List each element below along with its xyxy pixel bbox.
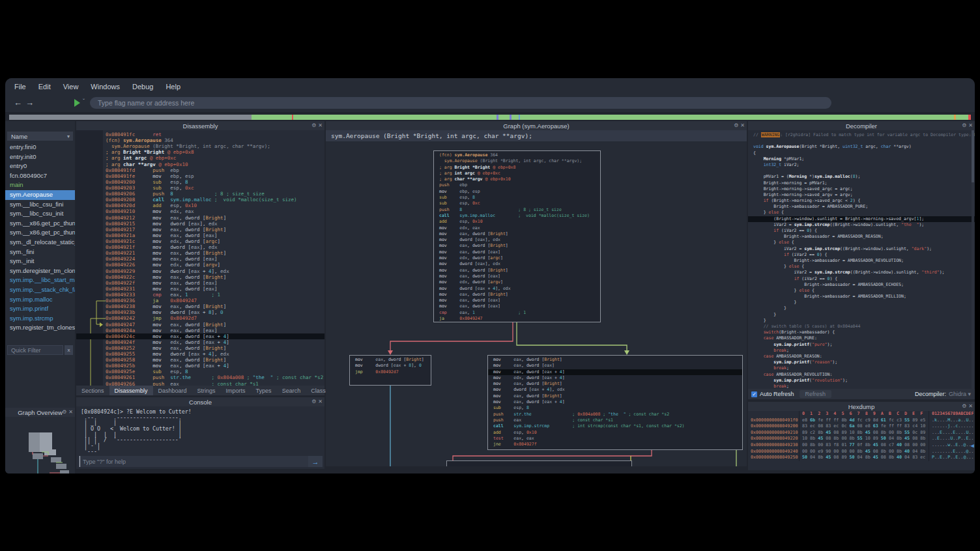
function-list-item[interactable]: entry.init0: [5, 152, 75, 162]
gear-icon[interactable]: ⚙: [311, 399, 316, 404]
node-asm-line[interactable]: mov dword [eax], edx: [439, 261, 595, 267]
decompiler-line[interactable]: }: [748, 300, 975, 305]
node-asm-line[interactable]: ; arg int argc @ ebp+0xc: [439, 171, 595, 177]
quick-filter-input[interactable]: [7, 345, 63, 355]
node-asm-line[interactable]: mov dword [eax + 4], edx: [439, 286, 595, 292]
gear-icon[interactable]: ⚙: [734, 123, 738, 128]
function-list-item[interactable]: sym._fini: [5, 247, 75, 257]
gear-icon[interactable]: ⚙: [962, 404, 966, 409]
asm-line[interactable]: 0x08049266 push eax ; const char *s1: [76, 381, 324, 386]
function-list-item[interactable]: sym.Aeropause: [5, 190, 75, 200]
close-icon[interactable]: ✕: [740, 123, 745, 128]
decompiler-line[interactable]: } else {: [748, 264, 975, 270]
auto-refresh-checkbox[interactable]: ✓: [751, 391, 757, 397]
decompiler-line[interactable]: if (iVar2 == 0) {: [748, 228, 975, 234]
decompiler-line[interactable]: Bright->ambassador = AMBASSADOR_PURE;: [748, 204, 975, 210]
function-list-item[interactable]: sym.__libc_csu_fini: [5, 200, 75, 210]
debug-play-icon[interactable]: [74, 99, 80, 107]
node-asm-line[interactable]: (fcn) sym.Aeropause 364: [439, 152, 595, 158]
decompiler-panel[interactable]: // WARNING: [r2ghidra] Failed to match t…: [748, 130, 975, 389]
gear-icon[interactable]: ⚙: [62, 410, 66, 415]
node-asm-line[interactable]: mov dword [eax], edx: [439, 237, 595, 243]
asm-line[interactable]: 0x08049233 cmp eax, 1 ; 1: [76, 292, 324, 298]
omnibar-input[interactable]: [90, 97, 831, 109]
node-asm-line[interactable]: mov ebp, esp: [439, 189, 595, 195]
decompiler-scrollbar[interactable]: [972, 130, 974, 389]
function-list-item[interactable]: entry.fini0: [5, 143, 75, 152]
asm-line[interactable]: ; arg int argc @ ebp+0xc: [76, 155, 324, 161]
asm-line[interactable]: 0x08049212 mov eax, dword [Bright]: [76, 215, 324, 221]
play-dropdown-chevron-icon[interactable]: ˇ: [83, 98, 85, 104]
decompiler-line[interactable]: Bright->morning->saved_argv = argv;: [748, 192, 975, 198]
hexdump-row[interactable]: 0x000000000804921089 c2 8b 45 08 89 10 8…: [748, 430, 975, 436]
tab-types[interactable]: Types: [251, 386, 277, 395]
function-list-item[interactable]: sym.__libc_csu_init: [5, 209, 75, 219]
node-asm-line[interactable]: sym.Aeropause (Bright *Bright, int argc,…: [439, 158, 595, 164]
asm-line[interactable]: 0x0804923b mov dword [eax + 8], 0: [76, 309, 324, 315]
node-asm-line[interactable]: mov edx, eax: [439, 225, 595, 231]
gear-icon[interactable]: ⚙: [311, 123, 316, 128]
asm-line[interactable]: 0x08049210 mov edx, eax: [76, 208, 324, 214]
node-asm-line[interactable]: mov eax, dword [Bright]: [493, 393, 737, 399]
hexdump-row[interactable]: 0x000000000804920083 ec 08 83 ec 0c 6a 0…: [748, 423, 975, 430]
asm-line[interactable]: 0x08049215 mov dword [eax], edx: [76, 221, 324, 227]
decompiler-line[interactable]: Bright->ambassador = AMBASSADOR_REVOLUTI…: [748, 258, 975, 264]
node-asm-line[interactable]: mov eax, dword [Bright]: [493, 381, 737, 387]
function-list-item[interactable]: fcn.080490c7: [5, 171, 75, 181]
decompiler-line[interactable]: break;: [748, 365, 975, 371]
node-asm-line[interactable]: mov dword [eax + 4], edx: [493, 387, 737, 393]
function-list-item[interactable]: sym._init: [5, 257, 75, 266]
asm-line[interactable]: 0x08049231 mov eax, dword [eax]: [76, 286, 324, 292]
node-asm-line[interactable]: push eax ; const char *s1: [493, 417, 737, 423]
asm-line[interactable]: 0x08049200 sub esp, 8: [76, 179, 324, 185]
node-asm-line[interactable]: sub esp, 8: [439, 195, 595, 201]
disassembly-panel[interactable]: 0x080491fc ret(fcn) sym.Aeropause 364 sy…: [76, 130, 324, 386]
hexdump-row[interactable]: 0x000000000804922010 8b 45 08 8b 00 8b 5…: [748, 436, 975, 442]
gear-icon[interactable]: ⚙: [962, 123, 966, 128]
function-list-item[interactable]: sym.imp.malloc: [5, 295, 75, 305]
asm-line[interactable]: 0x0804921a mov eax, dword [eax]: [76, 233, 324, 238]
asm-line[interactable]: 0x080491fc ret: [76, 132, 324, 137]
menu-item-debug[interactable]: Debug: [132, 83, 153, 91]
node-asm-line[interactable]: mov eax, dword [Bright]: [439, 243, 595, 249]
menu-item-view[interactable]: View: [63, 83, 79, 91]
decompiler-line[interactable]: {: [748, 150, 975, 156]
asm-line[interactable]: 0x08049252 mov eax, dword [Bright]: [76, 345, 324, 351]
decompiler-line[interactable]: // switch table (5 cases) at 0x804a044: [748, 324, 975, 330]
decompiler-line[interactable]: case AMBASSADOR_PURE:: [748, 335, 975, 341]
function-list-item[interactable]: entry0: [5, 162, 75, 171]
asm-line[interactable]: 0x08049226 mov edx, dword [argv]: [76, 262, 324, 268]
hexdump-row[interactable]: 0x000000000804923000 8b 00 83 f8 01 77 0…: [748, 442, 975, 449]
node-asm-line[interactable]: mov eax, dword [eax]: [439, 249, 595, 255]
decompiler-line[interactable]: Bright->ambassador = AMBASSADOR_MILLION;: [748, 294, 975, 300]
function-list-item[interactable]: main: [5, 180, 75, 190]
asm-line[interactable]: (fcn) sym.Aeropause 364: [76, 137, 324, 143]
asm-line[interactable]: 0x08049255 mov dword [eax + 4], edx: [76, 351, 324, 357]
decompiler-line[interactable]: break;: [748, 348, 975, 354]
decompiler-line[interactable]: break;: [748, 384, 975, 389]
hexdump-row[interactable]: 0x000000000804924000 00 e9 90 00 00 00 8…: [748, 449, 975, 455]
asm-line[interactable]: 0x0804922c mov eax, dword [Bright]: [76, 274, 324, 280]
node-asm-line[interactable]: mov eax, dword [eax + 4]: [488, 369, 742, 375]
node-asm-line[interactable]: mov edx, dword [argv]: [439, 279, 595, 285]
menu-item-file[interactable]: File: [14, 83, 26, 91]
asm-line[interactable]: 0x08049236 ja 0x8049247: [76, 298, 324, 304]
decompiler-line[interactable]: Bright->morning = pMVar1;: [748, 180, 975, 186]
node-asm-line[interactable]: mov eax, dword [eax]: [439, 304, 595, 309]
asm-line[interactable]: ; arg Bright *Bright @ ebp+0x8: [76, 149, 324, 155]
decompiler-line[interactable]: switch(Bright->ambassador) {: [748, 330, 975, 335]
close-icon[interactable]: ✕: [318, 399, 323, 404]
function-list-item[interactable]: sym.register_tm_clones: [5, 323, 75, 333]
decompiler-line[interactable]: if (Bright->morning->saved_argc < 2) {: [748, 198, 975, 204]
graph-overview-minimap[interactable]: [5, 417, 75, 473]
function-list-item[interactable]: sym.deregister_tm_clones: [5, 266, 75, 276]
asm-line[interactable]: 0x08049247 mov eax, dword [Bright]: [76, 322, 324, 328]
asm-line[interactable]: 0x08049224 mov eax, dword [eax]: [76, 256, 324, 262]
node-asm-line[interactable]: mov edx, dword [eax + 4]: [493, 375, 737, 381]
asm-line[interactable]: 0x0804921c mov edx, dword [argc]: [76, 238, 324, 244]
asm-line[interactable]: 0x08049238 mov eax, dword [Bright]: [76, 304, 324, 309]
decompiler-line[interactable]: void sym.Aeropause(Bright *Bright, uint3…: [748, 144, 975, 150]
decompiler-line[interactable]: iVar2 = sym.imp.strcmp((Bright->window).…: [748, 246, 975, 252]
asm-line[interactable]: 0x0804924a mov eax, dword [eax]: [76, 328, 324, 333]
menu-item-windows[interactable]: Windows: [91, 83, 120, 91]
